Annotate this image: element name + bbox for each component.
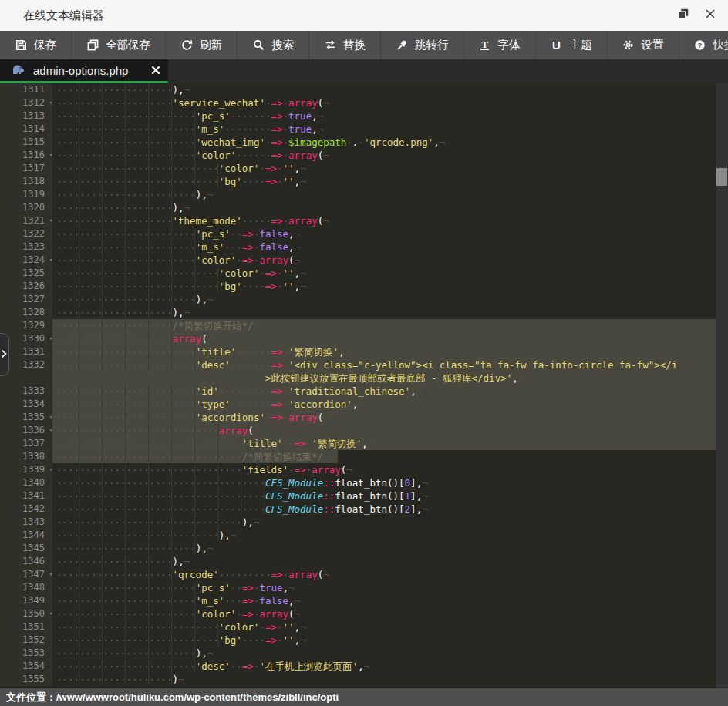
line-number[interactable]: 1343 bbox=[0, 516, 52, 529]
line-number[interactable]: 1354 bbox=[0, 660, 52, 673]
line-number[interactable]: 1352 bbox=[0, 634, 52, 647]
code-text[interactable]: ························'id'·········=>·… bbox=[52, 385, 728, 398]
code-line[interactable]: 1348························'pc_s'··=>·t… bbox=[0, 581, 728, 594]
code-text[interactable]: ························'title'······=>·… bbox=[52, 345, 728, 358]
line-number[interactable]: 1342 bbox=[0, 503, 52, 516]
save-all-button[interactable]: 全部保存 bbox=[72, 31, 166, 59]
code-line[interactable]: 1314························'m_s'·······… bbox=[0, 123, 728, 136]
line-number[interactable]: 1344 bbox=[0, 529, 52, 542]
code-line[interactable]: 1331························'title'·····… bbox=[0, 345, 728, 358]
line-number[interactable]: 1350▾ bbox=[0, 607, 52, 620]
code-line[interactable]: 1318····························'bg'····… bbox=[0, 175, 728, 188]
line-number[interactable]: 1314 bbox=[0, 123, 52, 136]
line-number[interactable]: 1315 bbox=[0, 136, 52, 149]
code-line[interactable]: 1325····························'color'·… bbox=[0, 267, 728, 280]
line-number[interactable]: 1336▾ bbox=[0, 424, 52, 437]
code-text[interactable]: ························'m_s'········=>·… bbox=[52, 123, 728, 136]
code-text[interactable]: ························'type'·······=>·… bbox=[52, 398, 728, 411]
code-line[interactable]: 1342····································… bbox=[0, 503, 728, 516]
code-line[interactable]: 1354························'desc'··=>·'… bbox=[0, 660, 728, 673]
font-button[interactable]: T字体 bbox=[464, 31, 536, 59]
line-number[interactable]: 1335▾ bbox=[0, 411, 52, 424]
line-number[interactable] bbox=[0, 371, 52, 385]
code-editor[interactable]: 1311····················),¬1312▾········… bbox=[0, 83, 728, 688]
code-text[interactable]: ····························'color'·=>·'… bbox=[52, 267, 728, 280]
code-line[interactable]: 1355····················)¬ bbox=[0, 673, 728, 686]
code-line[interactable]: 1352····························'bg'····… bbox=[0, 634, 728, 647]
code-text[interactable]: ····························array(¬ bbox=[52, 424, 728, 437]
code-text[interactable]: >此按钮建议放置在最顶部或者最底部 - 狐狸库</div>',¬ bbox=[52, 371, 728, 385]
line-number[interactable]: 1345 bbox=[0, 542, 52, 555]
line-number[interactable]: 1320 bbox=[0, 201, 52, 214]
line-number[interactable]: 1326 bbox=[0, 280, 52, 293]
line-number[interactable]: 1349 bbox=[0, 594, 52, 607]
line-number[interactable]: 1324▾ bbox=[0, 254, 52, 267]
hotkeys-button[interactable]: ?快捷键 bbox=[679, 31, 728, 59]
line-number[interactable]: 1311 bbox=[0, 83, 52, 96]
code-text[interactable]: ································'title'·… bbox=[52, 437, 728, 450]
code-text[interactable]: ····················'qrcode'·········=>·… bbox=[52, 568, 728, 581]
code-line[interactable]: 1321▾····················'theme_mode'···… bbox=[0, 214, 728, 227]
code-text[interactable]: ························'pc_s'··=>·true,… bbox=[52, 581, 728, 594]
line-number[interactable]: 1317 bbox=[0, 162, 52, 175]
code-text[interactable]: ································'fields'… bbox=[52, 463, 728, 476]
code-text[interactable]: ························'color'·=>·array… bbox=[52, 254, 728, 267]
code-text[interactable]: ························'pc_s'··=>·false… bbox=[52, 227, 728, 240]
vertical-scrollbar[interactable] bbox=[716, 83, 728, 688]
code-line[interactable]: 1332························'desc'······… bbox=[0, 358, 728, 371]
code-text[interactable]: ····································CFS_… bbox=[52, 476, 728, 489]
save-button[interactable]: 保存 bbox=[0, 31, 72, 59]
code-line[interactable]: 1336▾····························array(¬ bbox=[0, 424, 728, 437]
restore-window-button[interactable] bbox=[678, 8, 689, 23]
line-number[interactable]: 1339▾ bbox=[0, 463, 52, 476]
code-line[interactable]: 1335▾························'accordions… bbox=[0, 411, 728, 424]
line-number[interactable]: 1348 bbox=[0, 581, 52, 594]
code-text[interactable]: ····································CFS_… bbox=[52, 503, 728, 516]
code-text[interactable]: ························'desc'·······=>·… bbox=[52, 358, 728, 371]
line-number[interactable]: 1347▾ bbox=[0, 568, 52, 581]
code-line[interactable]: 1320····················),¬ bbox=[0, 201, 728, 214]
line-number[interactable]: 1329 bbox=[0, 319, 52, 332]
code-text[interactable]: ····················'theme_mode'·····=>·… bbox=[52, 214, 728, 227]
code-line[interactable]: 1317····························'color'·… bbox=[0, 162, 728, 175]
code-text[interactable]: ····················),¬ bbox=[52, 201, 728, 214]
line-number[interactable]: 1312▾ bbox=[0, 96, 52, 109]
code-line[interactable]: 1333························'id'········… bbox=[0, 385, 728, 398]
line-number[interactable]: 1318 bbox=[0, 175, 52, 188]
code-line[interactable]: 1330▾····················array(¬ bbox=[0, 332, 728, 345]
settings-button[interactable]: 设置 bbox=[608, 31, 679, 59]
code-line[interactable]: 1316▾························'color'····… bbox=[0, 149, 728, 162]
line-number[interactable]: 1319 bbox=[0, 188, 52, 201]
tab-close-button[interactable] bbox=[151, 66, 160, 75]
code-text[interactable]: ····························'bg'····=>·'… bbox=[52, 175, 728, 188]
code-line-wrap[interactable]: >此按钮建议放置在最顶部或者最底部 - 狐狸库</div>',¬ bbox=[0, 371, 728, 385]
line-number[interactable]: 1334 bbox=[0, 398, 52, 411]
code-text[interactable]: ····················'service_wechat'·=>·… bbox=[52, 96, 728, 109]
code-line[interactable]: 1334························'type'······… bbox=[0, 398, 728, 411]
code-line[interactable]: 1343································),¬ bbox=[0, 516, 728, 529]
goto-line-button[interactable]: 跳转行 bbox=[381, 31, 464, 59]
close-window-button[interactable] bbox=[705, 8, 716, 22]
code-text[interactable]: ····················array(¬ bbox=[52, 332, 728, 345]
code-line[interactable]: 1337································'tit… bbox=[0, 437, 728, 450]
code-text[interactable]: ····················)¬ bbox=[52, 673, 728, 686]
tab-admin-options-php[interactable]: admin-options.php bbox=[0, 59, 168, 83]
code-line[interactable]: 1312▾····················'service_wechat… bbox=[0, 96, 728, 109]
code-line[interactable]: 1324▾························'color'·=>·… bbox=[0, 254, 728, 267]
line-number[interactable]: 1323 bbox=[0, 240, 52, 254]
code-line[interactable]: 1347▾····················'qrcode'·······… bbox=[0, 568, 728, 581]
scrollbar-thumb[interactable] bbox=[716, 168, 727, 186]
line-number[interactable]: 1353 bbox=[0, 647, 52, 660]
code-text[interactable]: ························'desc'··=>·'在手机上… bbox=[52, 660, 728, 673]
code-text[interactable]: ························'color'······=>·… bbox=[52, 149, 728, 162]
line-number[interactable]: 1337 bbox=[0, 437, 52, 450]
code-line[interactable]: 1327························),¬ bbox=[0, 293, 728, 306]
line-number[interactable]: 1313 bbox=[0, 109, 52, 123]
code-text[interactable]: ····························'color'·=>·'… bbox=[52, 162, 728, 175]
line-number[interactable]: 1333 bbox=[0, 385, 52, 398]
line-number[interactable]: 1338 bbox=[0, 450, 52, 463]
code-text[interactable]: ································),¬ bbox=[52, 516, 728, 529]
code-line[interactable]: 1340····································… bbox=[0, 476, 728, 489]
code-text[interactable]: ························'wechat_img'·=>·… bbox=[52, 136, 728, 149]
theme-button[interactable]: U主题 bbox=[536, 31, 608, 59]
